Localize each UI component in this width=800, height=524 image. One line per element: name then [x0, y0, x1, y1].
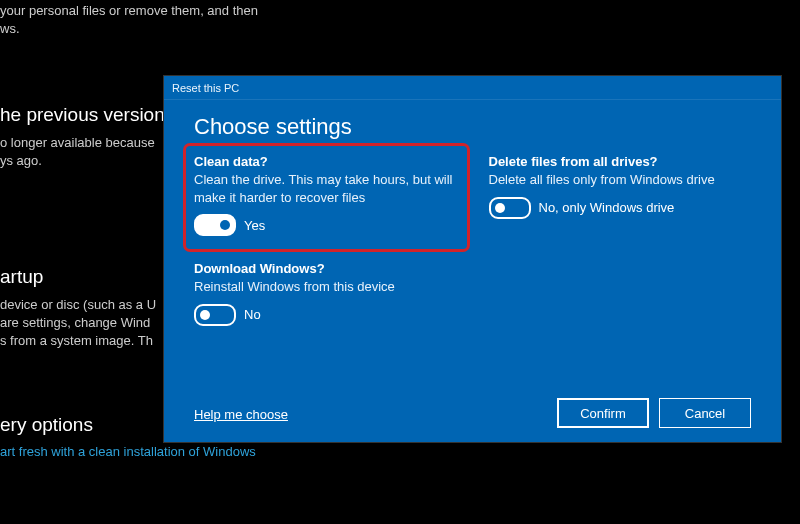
toggle-thumb: [200, 310, 210, 320]
delete-drives-setting: Delete files from all drives? Delete all…: [489, 154, 752, 222]
toggle-label: Yes: [244, 218, 265, 233]
toggle-label: No, only Windows drive: [539, 200, 675, 215]
download-windows-toggle[interactable]: No: [194, 304, 261, 326]
toggle-track: [194, 304, 236, 326]
toggle-label: No: [244, 307, 261, 322]
dialog-titlebar: Reset this PC: [164, 76, 781, 100]
bg-top-fragment: your personal files or remove them, and …: [0, 2, 400, 38]
setting-desc: Reinstall Windows from this device: [194, 278, 457, 296]
dialog-heading: Choose settings: [194, 114, 751, 140]
settings-grid: Clean data? Clean the drive. This may ta…: [194, 154, 751, 351]
toggle-track: [194, 214, 236, 236]
setting-title: Download Windows?: [194, 261, 457, 276]
bg-text: ws.: [0, 20, 400, 38]
settings-col-right: Delete files from all drives? Delete all…: [489, 154, 752, 351]
clean-data-setting: Clean data? Clean the drive. This may ta…: [188, 148, 465, 247]
download-windows-setting: Download Windows? Reinstall Windows from…: [194, 261, 457, 329]
delete-drives-toggle[interactable]: No, only Windows drive: [489, 197, 675, 219]
reset-pc-dialog: Reset this PC Choose settings Clean data…: [164, 76, 781, 442]
clean-data-toggle[interactable]: Yes: [194, 214, 265, 236]
toggle-track: [489, 197, 531, 219]
setting-title: Delete files from all drives?: [489, 154, 752, 169]
dialog-body: Choose settings Clean data? Clean the dr…: [164, 100, 781, 442]
settings-col-left: Clean data? Clean the drive. This may ta…: [194, 154, 457, 351]
bg-recovery-link[interactable]: art fresh with a clean installation of W…: [0, 444, 400, 459]
bg-text: your personal files or remove them, and …: [0, 2, 400, 20]
toggle-thumb: [220, 220, 230, 230]
setting-desc: Clean the drive. This may take hours, bu…: [194, 171, 457, 206]
setting-title: Clean data?: [194, 154, 457, 169]
setting-desc: Delete all files only from Windows drive: [489, 171, 752, 189]
confirm-button[interactable]: Confirm: [557, 398, 649, 428]
help-me-choose-link[interactable]: Help me choose: [194, 407, 288, 422]
cancel-button[interactable]: Cancel: [659, 398, 751, 428]
toggle-thumb: [495, 203, 505, 213]
dialog-buttons: Confirm Cancel: [557, 398, 751, 428]
